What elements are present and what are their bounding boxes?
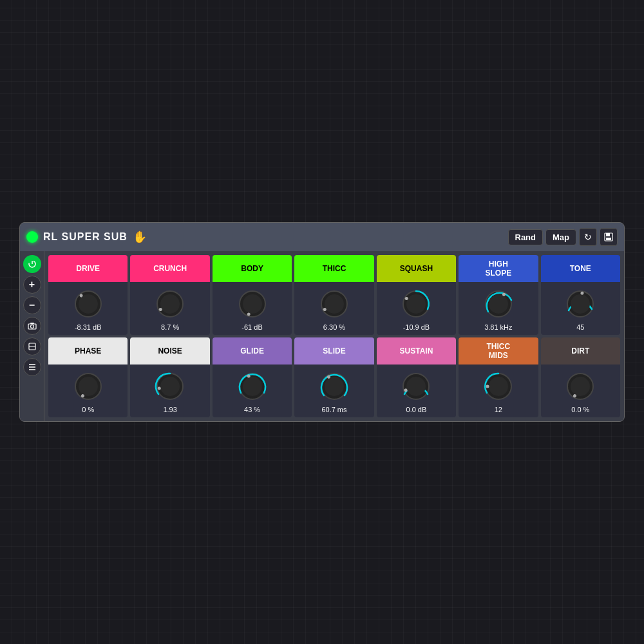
sidebar-flatten-btn[interactable] — [23, 337, 41, 355]
high-slope-knob-area: 3.81 kHz — [479, 282, 518, 335]
phase-cell: PHASE 0 % — [48, 337, 128, 417]
dirt-cell: DIRT 0.0 % — [541, 337, 620, 417]
slide-cell: SLIDE 60.7 ms — [294, 337, 374, 417]
slide-label: SLIDE — [294, 337, 374, 365]
thicc-knob[interactable] — [317, 287, 351, 321]
high-slope-label: HIGHSLOPE — [459, 255, 538, 282]
high-slope-knob[interactable] — [482, 287, 515, 321]
slide-value: 60.7 ms — [321, 406, 346, 413]
plugin-window: RL SUPER SUB ✋ Rand Map ↻ — [19, 222, 625, 422]
dirt-label: DIRT — [541, 337, 620, 365]
svg-point-53 — [571, 377, 590, 396]
drive-value: -8.31 dB — [75, 323, 102, 331]
svg-point-50 — [489, 377, 508, 396]
high-slope-cell: HIGHSLOPE 3.81 kHz — [459, 255, 538, 335]
svg-point-26 — [406, 294, 426, 314]
thicc-knob-area: 6.30 % — [315, 282, 354, 335]
svg-point-32 — [571, 294, 590, 314]
noise-knob[interactable] — [153, 370, 187, 403]
thicc-cell: THICC 6.30 % — [294, 255, 374, 335]
svg-rect-2 — [606, 238, 611, 240]
svg-rect-1 — [606, 233, 610, 236]
save-button[interactable] — [600, 228, 618, 246]
dirt-knob[interactable] — [564, 370, 597, 403]
svg-point-23 — [325, 294, 344, 314]
map-button[interactable]: Map — [545, 229, 576, 245]
squash-knob[interactable] — [399, 287, 433, 321]
sidebar-power-btn[interactable] — [23, 255, 41, 273]
tone-knob[interactable] — [564, 287, 597, 321]
glide-cell: GLIDE 43 % — [213, 337, 292, 417]
rand-button[interactable]: Rand — [508, 229, 544, 245]
tone-value: 45 — [576, 323, 584, 331]
svg-point-14 — [79, 294, 98, 314]
thicc-mids-knob[interactable] — [482, 370, 515, 403]
refresh-button[interactable]: ↻ — [579, 228, 597, 246]
svg-point-17 — [160, 294, 180, 314]
body-value: -61 dB — [242, 323, 262, 331]
tone-cell: TONE 45 — [541, 255, 620, 335]
tone-label: TONE — [541, 255, 620, 282]
title-bar: RL SUPER SUB ✋ Rand Map ↻ — [20, 223, 624, 251]
dirt-value: 0.0 % — [571, 406, 589, 413]
drive-label: DRIVE — [48, 255, 128, 282]
title-right: Rand Map ↻ — [508, 228, 618, 246]
slide-knob[interactable] — [317, 370, 351, 403]
drive-cell: DRIVE -8.31 dB — [48, 255, 128, 335]
svg-point-6 — [30, 325, 33, 328]
svg-point-29 — [489, 294, 508, 314]
crunch-value: 8.7 % — [161, 323, 179, 331]
top-controls-row: DRIVE -8.31 dB CRUNCH — [48, 255, 620, 335]
bottom-controls-row: PHASE 0 % NOISE — [48, 337, 620, 417]
drive-knob[interactable] — [71, 287, 105, 321]
sidebar-camera-btn[interactable] — [23, 317, 41, 335]
noise-cell: NOISE 1.93 — [130, 337, 209, 417]
body-knob-area: -61 dB — [233, 282, 272, 335]
svg-point-20 — [243, 294, 262, 314]
crunch-label: CRUNCH — [130, 255, 209, 282]
body-cell: BODY -61 dB — [213, 255, 292, 335]
controls-area: DRIVE -8.31 dB CRUNCH — [44, 251, 624, 421]
sidebar: + − — [20, 251, 44, 421]
sustain-cell: SUSTAIN 0.0 dB — [377, 337, 456, 417]
crunch-knob[interactable] — [153, 287, 187, 321]
main-area: + − — [20, 251, 624, 421]
thicc-mids-label: THICCMIDS — [459, 337, 538, 365]
body-knob[interactable] — [236, 287, 269, 321]
phase-knob-area: 0 % — [69, 365, 108, 417]
crunch-cell: CRUNCH 8.7 % — [130, 255, 209, 335]
plugin-title: RL SUPER SUB — [43, 231, 128, 243]
crunch-knob-area: 8.7 % — [151, 282, 189, 335]
tone-knob-area: 45 — [561, 282, 600, 335]
sidebar-minus-btn[interactable]: − — [23, 296, 41, 314]
high-slope-value: 3.81 kHz — [484, 323, 512, 331]
squash-knob-area: -10.9 dB — [397, 282, 435, 335]
noise-knob-area: 1.93 — [151, 365, 189, 417]
hand-icon: ✋ — [133, 230, 147, 244]
glide-knob[interactable] — [236, 370, 269, 403]
slide-knob-area: 60.7 ms — [315, 365, 354, 417]
noise-label: NOISE — [130, 337, 209, 365]
glide-label: GLIDE — [213, 337, 292, 365]
glide-knob-area: 43 % — [233, 365, 272, 417]
thicc-label: THICC — [294, 255, 374, 282]
sustain-knob[interactable] — [399, 370, 433, 403]
phase-value: 0 % — [82, 406, 94, 413]
sidebar-list-btn[interactable] — [23, 358, 41, 376]
svg-point-47 — [406, 377, 426, 396]
svg-point-35 — [79, 377, 98, 396]
phase-label: PHASE — [48, 337, 128, 365]
thicc-mids-cell: THICCMIDS 12 — [459, 337, 538, 417]
noise-value: 1.93 — [163, 406, 176, 413]
svg-point-51 — [486, 385, 489, 388]
svg-point-41 — [243, 377, 262, 396]
thicc-mids-knob-area: 12 — [479, 365, 518, 417]
power-led[interactable] — [26, 231, 38, 243]
squash-label: SQUASH — [377, 255, 456, 282]
phase-knob[interactable] — [71, 370, 105, 403]
title-left: RL SUPER SUB ✋ — [26, 230, 147, 244]
sustain-knob-area: 0.0 dB — [397, 365, 435, 417]
sustain-label: SUSTAIN — [377, 337, 456, 365]
body-label: BODY — [213, 255, 292, 282]
sidebar-plus-btn[interactable]: + — [23, 276, 41, 294]
